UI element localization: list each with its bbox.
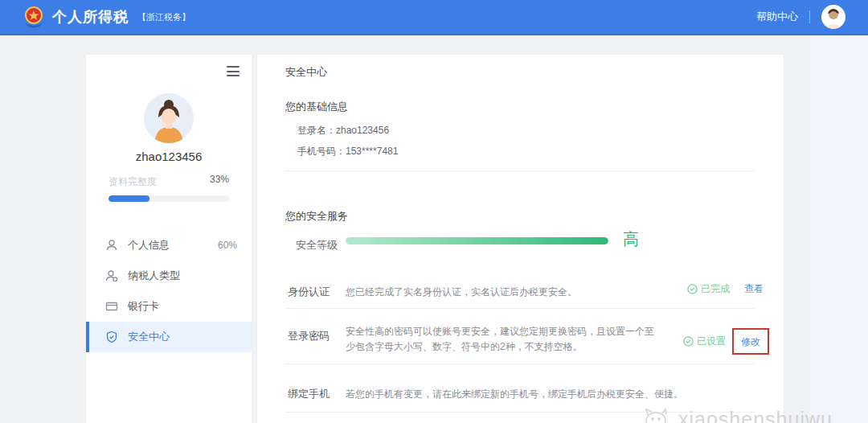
- person-icon: [105, 239, 118, 252]
- row-divider: [285, 308, 755, 309]
- identity-auth-right: 已完成 查看: [687, 282, 764, 296]
- sidebar-item-bank-card[interactable]: 银行卡: [86, 291, 252, 322]
- row-divider: [285, 412, 755, 413]
- status-set: 已设置: [683, 335, 726, 348]
- view-link[interactable]: 查看: [744, 282, 764, 296]
- check-circle-icon: [683, 336, 694, 347]
- username: zhao123456: [86, 150, 252, 163]
- sidebar-item-badge: 60%: [218, 240, 237, 251]
- login-password-desc: 安全性高的密码可以使账号更安全，建议您定期更换密码，且设置一个至少包含字母大小写…: [346, 324, 657, 355]
- security-level-value: 高: [623, 228, 639, 250]
- basic-info-title: 您的基础信息: [285, 100, 348, 114]
- security-level-fill: [346, 237, 608, 244]
- sidebar-item-security-center[interactable]: 安全中心: [86, 322, 252, 352]
- app-header: 个人所得税 【浙江税务】 帮助中心: [0, 0, 868, 35]
- profile-progress: 资料完整度 33%: [108, 174, 229, 202]
- bind-phone-label: 绑定手机: [288, 387, 330, 401]
- background-strip: [810, 35, 868, 423]
- security-level-label: 安全等级: [296, 238, 338, 253]
- row-divider: [285, 363, 755, 364]
- profile-progress-percent: 33%: [210, 174, 229, 185]
- header-avatar[interactable]: [821, 5, 845, 29]
- tax-emblem-icon: [23, 6, 45, 28]
- screen: 个人所得税 【浙江税务】 帮助中心: [0, 0, 868, 423]
- login-password-label: 登录密码: [288, 329, 330, 343]
- app-subtitle: 【浙江税务】: [137, 11, 190, 23]
- main-content: 安全中心 您的基础信息 登录名：zhao123456 手机号码：153****7…: [257, 55, 784, 423]
- profile-progress-fill: [108, 195, 149, 202]
- section-divider: [285, 170, 755, 171]
- modify-link[interactable]: 修改: [741, 336, 760, 347]
- page-title: 安全中心: [285, 65, 327, 80]
- menu-list-icon[interactable]: [227, 66, 240, 76]
- identity-auth-desc: 您已经完成了实名身份认证，实名认证后办税更安全。: [346, 285, 577, 300]
- check-circle-icon: [687, 284, 698, 294]
- profile-progress-bar: [108, 195, 229, 202]
- page-background: zhao123456 资料完整度 33% 个人信息 60%: [0, 35, 868, 423]
- security-services-title: 您的安全服务: [285, 209, 348, 224]
- bank-card-icon: [105, 300, 118, 313]
- user-avatar-icon: [821, 5, 845, 29]
- help-center-link[interactable]: 帮助中心: [756, 10, 798, 24]
- modify-highlight-box: 修改: [732, 328, 769, 355]
- sidebar-item-personal-info[interactable]: 个人信息 60%: [86, 230, 252, 261]
- sidebar: zhao123456 资料完整度 33% 个人信息 60%: [86, 55, 252, 423]
- identity-auth-label: 身份认证: [288, 285, 330, 299]
- sidebar-item-label: 个人信息: [128, 238, 170, 253]
- user-avatar: [144, 93, 194, 143]
- sidebar-item-label: 银行卡: [128, 299, 159, 314]
- sidebar-item-label: 纳税人类型: [128, 269, 180, 283]
- phone-number: 手机号码：153****7481: [297, 145, 398, 158]
- profile-progress-label: 资料完整度: [108, 176, 157, 187]
- sidebar-menu: 个人信息 60% 纳税人类型: [86, 230, 252, 352]
- taxpayer-type-icon: [105, 269, 118, 282]
- header-divider: [809, 10, 810, 23]
- sidebar-item-label: 安全中心: [128, 330, 170, 344]
- login-name: 登录名：zhao123456: [297, 124, 389, 138]
- app-title: 个人所得税: [52, 7, 129, 27]
- bind-phone-desc: 若您的手机有变更，请在此来绑定新的手机号，绑定手机后办税更安全、便捷。: [346, 387, 683, 402]
- shield-icon: [105, 331, 118, 343]
- sidebar-item-taxpayer-type[interactable]: 纳税人类型: [86, 261, 252, 291]
- header-right: 帮助中心: [756, 5, 845, 29]
- security-level-bar: [346, 237, 608, 244]
- login-password-right: 已设置 修改: [683, 328, 769, 355]
- app-logo-link[interactable]: 个人所得税 【浙江税务】: [23, 6, 190, 28]
- status-done: 已完成: [687, 282, 730, 296]
